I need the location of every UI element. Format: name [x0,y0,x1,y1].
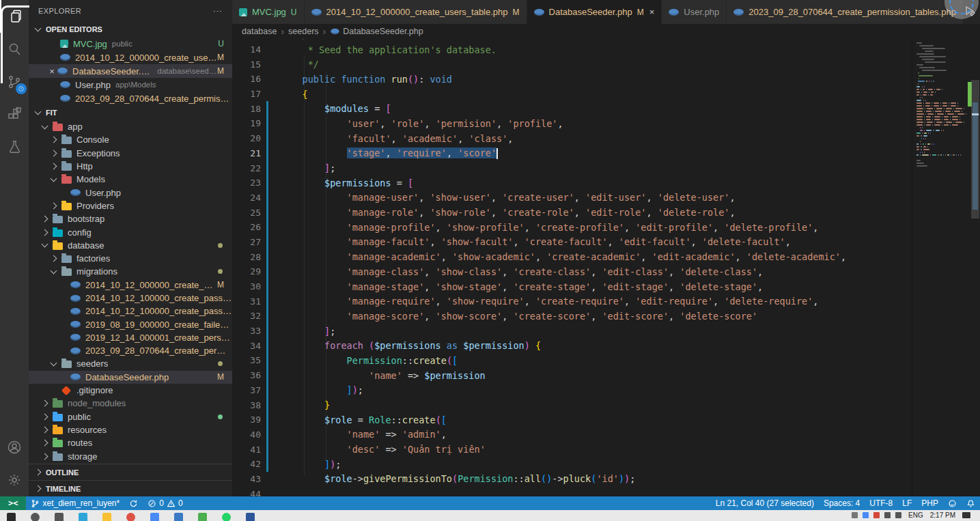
activitybar-testing-flask-icon[interactable] [0,131,29,164]
tree-folder-exceptions[interactable]: Exceptions [29,147,232,160]
chrome-icon[interactable] [126,513,135,521]
tree-folder-bootstrap[interactable]: bootstrap [29,212,232,225]
tray-mail-icon[interactable] [873,512,880,518]
code-editor[interactable]: 13 /**14 * Seed the application's databa… [232,39,980,496]
drive-icon[interactable] [150,513,159,521]
terminal-icon[interactable] [198,513,207,521]
outline-section-header[interactable]: OUTLINE [29,464,232,480]
tree-folder-factories[interactable]: factories [29,252,232,265]
remote-indicator[interactable]: >< [0,496,26,510]
tree-folder-seeders[interactable]: seeders [29,357,232,370]
eol-sequence[interactable]: LF [897,496,916,510]
project-section-header[interactable]: FIT [29,105,232,120]
cursor-position[interactable]: Ln 21, Col 40 (27 selected) [711,496,819,510]
tree-folder-providers[interactable]: Providers [29,199,232,212]
feedback-icon[interactable] [943,496,962,510]
tree-folder-config[interactable]: config [29,225,232,238]
tab-databaseseeder-php[interactable]: DatabaseSeeder.phpM× [527,0,662,24]
tree-folder-http[interactable]: Http [29,160,232,173]
tree-file-2014-10-12-100000-create-password-reset-[interactable]: 2014_10_12_100000_create_password_reset.… [29,292,232,305]
minimap[interactable] [912,39,970,496]
pc-app-icon[interactable] [174,513,183,521]
line-number: 35 [232,355,261,365]
code-token: 'create-profile' [535,222,624,233]
breadcrumb-item[interactable]: database [242,27,277,36]
code-token: Permission [347,355,402,366]
tree-file-2019-08-19-000000-create-failed-jobs-tabl-[interactable]: 2019_08_19_000000_create_failed_jobs_tab… [29,318,232,330]
vertical-scrollbar[interactable] [970,39,980,496]
modified-gutter-indicator [266,486,268,496]
code-token: ] [280,163,330,173]
tree-folder-routes[interactable]: routes [29,436,232,449]
tray-volume-icon[interactable] [895,512,901,518]
php-file-icon [70,321,81,328]
open-editor-item[interactable]: User.phpapp\Models [29,78,232,91]
breadcrumb-item[interactable]: seeders [288,27,318,36]
tree-file--gitignore[interactable]: .gitignore [29,384,232,397]
activitybar-settings-gear-icon[interactable] [0,464,29,496]
tree-folder-node-modules[interactable]: node_modules [29,397,232,410]
explorer-more-icon[interactable]: ··· [213,7,223,15]
git-branch-status[interactable]: xet_diem_ren_luyen* [26,496,124,510]
sync-button[interactable] [124,496,143,510]
activitybar-files-icon[interactable] [0,0,29,33]
activitybar-account-icon[interactable] [0,431,29,464]
close-icon[interactable]: × [46,66,57,76]
telegram-icon[interactable] [79,513,87,521]
task-view-icon[interactable] [55,513,64,521]
close-icon[interactable]: × [649,7,655,17]
start-icon[interactable] [7,513,16,521]
activitybar-extensions-icon[interactable] [0,98,29,131]
activitybar-search-icon[interactable] [0,33,29,66]
tree-folder-app[interactable]: app [29,120,232,133]
tree-folder-database[interactable]: database [29,239,232,252]
tray-blue-icon[interactable] [863,512,869,518]
notifications-bell-icon[interactable] [962,496,980,510]
tray-chevron-icon[interactable] [852,512,858,518]
file-explorer-icon[interactable] [102,513,111,521]
line-number: 34 [232,341,261,351]
notification-center-icon[interactable] [962,512,970,518]
breadcrumb-file[interactable]: DatabaseSeeder.php [330,27,423,36]
tree-file-2014-10-12-100000-create-password-reset-[interactable]: 2014_10_12_100000_create_password_reset.… [29,305,232,318]
activitybar-source-control-icon[interactable] [0,66,29,98]
tree-folder-migrations[interactable]: migrations [29,265,232,278]
open-editor-item[interactable]: ×DatabaseSeeder.phpdatabase\seedersM [29,64,232,78]
tree-folder-resources[interactable]: resources [29,423,232,436]
timeline-section-header[interactable]: TIMELINE [29,480,232,496]
tab-2014-10-12-000000-create-users-table-php[interactable]: 2014_10_12_000000_create_users_table.php… [305,0,527,24]
code-token: , [424,118,435,129]
tree-folder-console[interactable]: Console [29,133,232,146]
whatsapp-icon[interactable] [222,513,231,521]
code-token: , [436,222,447,233]
open-editor-item[interactable]: 2023_09_28_070644_create_permission_tabl… [29,91,232,105]
search-icon[interactable] [31,513,40,521]
encoding[interactable]: UTF-8 [865,496,897,510]
tree-folder-public[interactable]: public [29,410,232,423]
clock[interactable]: 2:17 PM [930,511,955,519]
tab-user-php[interactable]: User.php [662,0,727,24]
problems-status[interactable]: 0 0 [143,496,187,510]
tab-mvc-jpg[interactable]: MVC.jpgU [232,0,305,24]
tree-file-2014-10-12-000000-create-users-tab-[interactable]: 2014_10_12_000000_create_users_tab...M [29,279,232,292]
tree-file-databaseseeder-php[interactable]: DatabaseSeeder.phpM [29,371,232,384]
open-editor-item[interactable]: MVC.jpgpublicU [29,37,232,51]
tree-folder-storage[interactable]: storage [29,449,232,462]
office-app-icon[interactable] [246,513,255,521]
run-code-icon[interactable] [964,5,975,19]
tree-file-user-php[interactable]: User.php [29,186,232,199]
modified-gutter-indicator [266,294,268,309]
tray-display-icon[interactable] [884,512,891,518]
open-editors-header[interactable]: OPEN EDITORS [29,22,232,37]
language-mode[interactable]: PHP [916,496,943,510]
indentation[interactable]: Spaces: 4 [819,496,865,510]
tab-2023-09-28-070644-create-permission-tables-php[interactable]: 2023_09_28_070644_create_permission_tabl… [727,0,964,24]
language-indicator[interactable]: ENG [908,511,923,519]
open-editor-item[interactable]: 2014_10_12_000000_create_users_table...M [29,51,232,64]
code-token: 'role' [391,118,425,129]
code-token: , [729,192,735,203]
tree-file-2019-12-14-000001-create-personal-acces-[interactable]: 2019_12_14_000001_create_personal_acces.… [29,331,232,344]
tree-folder-models[interactable]: Models [29,173,232,186]
tree-file-2023-09-28-070644-create-permission-tab-[interactable]: 2023_09_28_070644_create_permission_tab.… [29,344,232,357]
code-token: 'show-profile' [447,222,524,233]
